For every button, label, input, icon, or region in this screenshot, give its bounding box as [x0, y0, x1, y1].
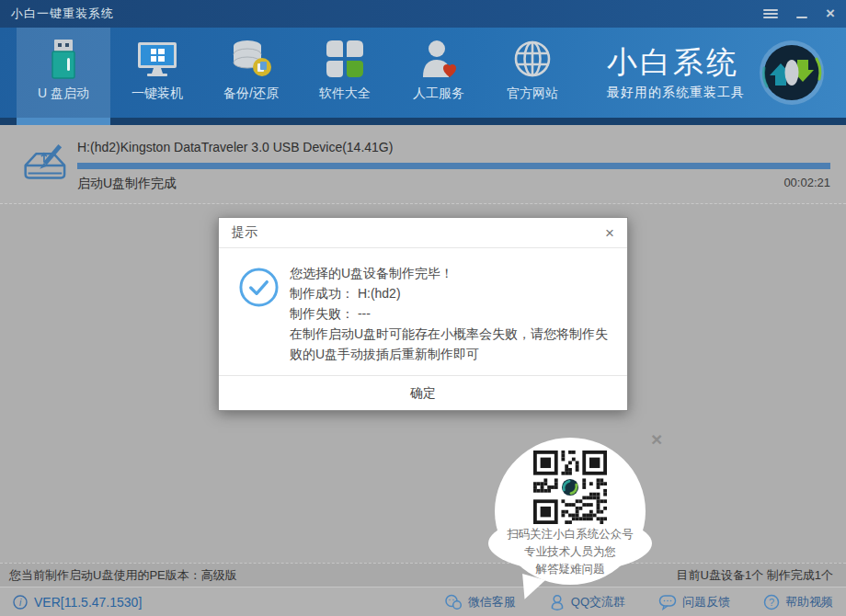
help-video-link[interactable]: ? 帮助视频	[763, 594, 833, 610]
success-check-icon	[238, 267, 280, 308]
footer-link-label: 微信客服	[468, 594, 516, 610]
qr-caption: 扫码关注小白系统公众号 专业技术人员为您 解答疑难问题	[486, 526, 655, 578]
disk-write-icon	[17, 138, 68, 188]
progress-bar-track	[77, 163, 830, 169]
usb-device-name: H:(hd2)Kingston DataTraveler 3.0 USB Dev…	[77, 136, 830, 154]
confirm-button[interactable]: 确定	[373, 378, 473, 409]
qr-caption-line: 专业技术人员为您	[486, 543, 655, 561]
dialog-message: 您选择的U盘设备制作完毕！ 制作成功： H:(hd2) 制作失败： --- 在制…	[290, 263, 611, 364]
pe-version-text: 您当前制作启动U盘使用的PE版本：高级版	[9, 567, 237, 584]
elapsed-time: 00:02:21	[783, 176, 830, 192]
tab-backup-restore[interactable]: 备份/还原	[204, 28, 298, 118]
nav-underline	[0, 118, 846, 125]
qr-code	[533, 451, 607, 524]
backup-disks-icon	[229, 37, 273, 81]
version-info[interactable]: i VER[11.5.47.1530]	[13, 595, 142, 610]
usb-progress-section: H:(hd2)Kingston DataTraveler 3.0 USB Dev…	[0, 125, 846, 204]
progress-bar-fill	[77, 163, 830, 169]
dialog-footer: 确定	[219, 375, 627, 410]
app-title: 小白一键重装系统	[11, 6, 114, 22]
footer-link-label: 问题反馈	[682, 594, 730, 610]
dialog-line: 制作成功： H:(hd2)	[290, 283, 611, 303]
brand-logo-icon	[758, 39, 826, 107]
globe-icon	[510, 37, 554, 81]
brand-subtitle: 最好用的系统重装工具	[607, 85, 745, 101]
tab-label: 一键装机	[131, 86, 183, 102]
dialog-header: 提示 ×	[219, 218, 627, 248]
footer-links: 微信客服 QQ交流群 问题反馈 ? 帮助视频	[444, 594, 833, 610]
software-clover-icon	[323, 37, 367, 81]
tab-label: 人工服务	[413, 86, 464, 102]
tab-label: 官方网站	[507, 86, 558, 102]
tab-label: 备份/还原	[223, 86, 279, 102]
wechat-icon	[444, 594, 463, 610]
monitor-icon	[135, 37, 179, 81]
tab-label: U 盘启动	[38, 86, 89, 102]
main-nav: U 盘启动 一键装机 备份/还原	[0, 28, 846, 118]
dialog-close-icon[interactable]: ×	[605, 225, 614, 241]
device-count-text: 目前U盘设备1个 制作完成1个	[677, 567, 833, 584]
usb-drive-icon	[41, 37, 86, 81]
qr-caption-line: 解答疑难问题	[486, 561, 655, 578]
footer-bar: i VER[11.5.47.1530] 微信客服 QQ交流群	[0, 587, 846, 616]
qq-group-link[interactable]: QQ交流群	[549, 594, 625, 610]
feedback-link[interactable]: 问题反馈	[658, 594, 730, 610]
menu-icon[interactable]	[763, 7, 778, 20]
tab-software-collection[interactable]: 软件大全	[298, 28, 392, 118]
person-heart-icon	[417, 37, 461, 81]
qr-popup-close-icon[interactable]: ×	[651, 428, 662, 451]
wechat-support-link[interactable]: 微信客服	[444, 594, 516, 610]
qq-icon	[549, 594, 566, 610]
active-tab-indicator	[17, 118, 110, 125]
help-circle-icon: ?	[763, 594, 780, 610]
completion-dialog: 提示 × 您选择的U盘设备制作完毕！ 制作成功： H:(hd2) 制作失败： -…	[218, 217, 628, 411]
qr-caption-line: 扫码关注小白系统公众号	[486, 526, 655, 543]
feedback-bubble-icon	[658, 594, 677, 610]
tab-official-website[interactable]: 官方网站	[486, 28, 579, 118]
window-controls: ×	[763, 7, 835, 20]
status-bar: 您当前制作启动U盘使用的PE版本：高级版 目前U盘设备1个 制作完成1个	[0, 563, 846, 587]
tab-one-click-install[interactable]: 一键装机	[110, 28, 204, 118]
close-icon[interactable]: ×	[826, 7, 835, 20]
info-icon: i	[13, 595, 28, 610]
minimize-icon[interactable]	[795, 7, 809, 20]
tab-label: 软件大全	[319, 86, 371, 102]
dialog-title: 提示	[232, 224, 257, 241]
version-text: VER[11.5.47.1530]	[34, 595, 142, 610]
title-bar: 小白一键重装系统 ×	[0, 0, 846, 28]
footer-link-label: QQ交流群	[571, 594, 625, 610]
tab-usb-boot[interactable]: U 盘启动	[17, 28, 110, 118]
tab-human-service[interactable]: 人工服务	[392, 28, 486, 118]
brand-block: 小白系统 最好用的系统重装工具	[607, 28, 846, 118]
svg-text:?: ?	[769, 597, 774, 608]
dialog-line: 您选择的U盘设备制作完毕！	[290, 263, 611, 283]
qr-popup: 扫码关注小白系统公众号 专业技术人员为您 解答疑难问题	[495, 438, 646, 585]
dialog-body: 您选择的U盘设备制作完毕！ 制作成功： H:(hd2) 制作失败： --- 在制…	[219, 248, 627, 375]
dialog-line: 在制作启动U盘时可能存在小概率会失败，请您将制作失败的U盘手动拔插后重新制作即可	[290, 324, 611, 364]
svg-text:i: i	[19, 598, 22, 608]
dialog-line: 制作失败： ---	[290, 303, 611, 324]
brand-title: 小白系统	[607, 44, 745, 81]
footer-link-label: 帮助视频	[785, 594, 833, 610]
progress-status-text: 启动U盘制作完成	[77, 176, 177, 192]
